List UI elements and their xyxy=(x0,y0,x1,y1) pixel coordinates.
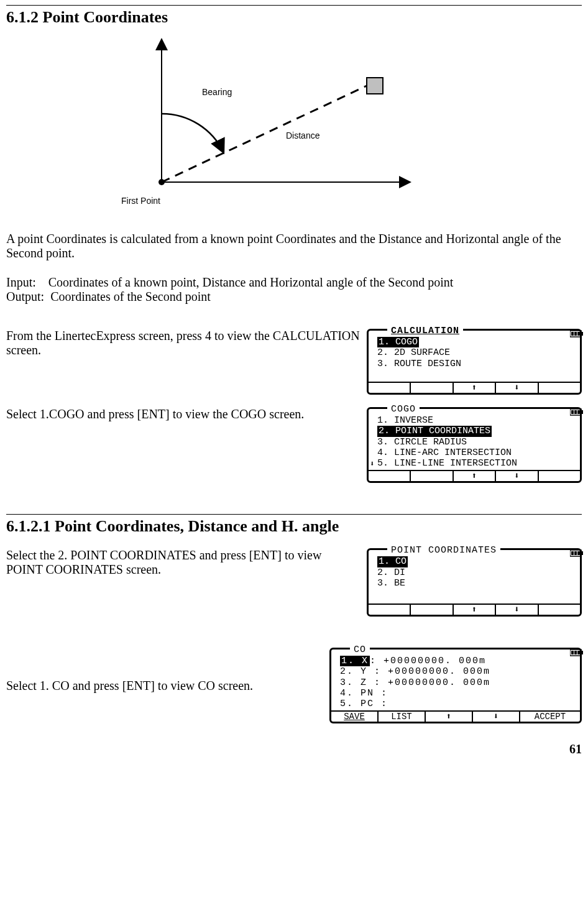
diagram-label-first-point: First Point xyxy=(121,196,160,206)
cogo-screen: COGO 1. INVERSE 2. POINT COORDINATES 3. … xyxy=(367,407,582,483)
battery-icon xyxy=(570,408,584,419)
step-2-row: Select 1.COGO and press [ENT] to view th… xyxy=(6,407,582,483)
softkey-bar: ⬆ ⬇ xyxy=(369,604,580,615)
screen-title: CALCULATION xyxy=(387,326,463,336)
screen-title: POINT COORDINATES xyxy=(387,545,500,556)
input-value: Coordinates of a known point, Distance a… xyxy=(48,275,454,289)
svg-rect-7 xyxy=(571,332,574,336)
section-number: 6.1.2 xyxy=(6,8,39,26)
svg-rect-12 xyxy=(571,410,574,414)
output-value: Coordinates of the Second point xyxy=(50,290,211,303)
svg-rect-18 xyxy=(574,551,577,555)
step-4-row: Select 1. CO and press [ENT] to view CO … xyxy=(6,648,582,723)
list-item: 3. Z : +00000000. 000m xyxy=(340,677,574,688)
screen-title: COGO xyxy=(387,404,420,415)
list-item: 3. ROUTE DESIGN xyxy=(377,359,574,369)
section-title: Point Coordinates xyxy=(43,8,168,26)
step-1-text: From the LinertecExpress screen, press 4… xyxy=(6,329,367,357)
co-screen: CO 1. X: +00000000. 000m 2. Y : +0000000… xyxy=(329,648,582,723)
list-item: 2. POINT COORDINATES xyxy=(377,426,574,436)
svg-rect-21 xyxy=(581,651,583,654)
section-number: 6.1.2.1 xyxy=(6,517,51,535)
list-item: 3. BE xyxy=(377,578,574,589)
list-item: 4. PN : xyxy=(340,688,574,699)
input-line: Input: Coordinates of a known point, Dis… xyxy=(6,275,582,290)
screen-title: CO xyxy=(350,645,370,655)
svg-rect-6 xyxy=(581,332,583,336)
svg-rect-8 xyxy=(574,332,577,336)
down-key[interactable]: ⬇ xyxy=(496,383,538,393)
list-item: 2. Y : +00000000. 000m xyxy=(340,666,574,677)
svg-point-3 xyxy=(158,179,165,185)
up-key[interactable]: ⬆ xyxy=(454,605,496,615)
list-item: 1. COGO xyxy=(377,337,574,347)
list-item: 1. CO xyxy=(377,556,574,567)
svg-rect-4 xyxy=(367,78,383,94)
svg-rect-11 xyxy=(581,410,583,414)
step-1-row: From the LinertecExpress screen, press 4… xyxy=(6,329,582,395)
svg-rect-14 xyxy=(577,410,580,414)
diagram-label-bearing: Bearing xyxy=(202,87,232,97)
input-label: Input: xyxy=(6,275,36,289)
battery-icon xyxy=(570,649,584,659)
list-item: 1. X: +00000000. 000m xyxy=(340,656,574,666)
list-item: 2. DI xyxy=(377,567,574,578)
list-item: 1. INVERSE xyxy=(377,415,574,426)
section-heading-2: 6.1.2.1 Point Coordinates, Distance and … xyxy=(6,517,582,536)
step-4-text: Select 1. CO and press [ENT] to view CO … xyxy=(6,679,329,693)
calculation-screen: CALCULATION 1. COGO 2. 2D SURFACE 3. ROU… xyxy=(367,329,582,395)
svg-rect-24 xyxy=(577,651,580,654)
svg-rect-23 xyxy=(574,651,577,654)
list-item: 4. LINE-ARC INTERSECTION xyxy=(377,448,574,458)
list-key[interactable]: LIST xyxy=(379,712,426,722)
list-item: 3. CIRCLE RADIUS xyxy=(377,437,574,448)
svg-line-2 xyxy=(162,86,367,182)
step-3-text: Select the 2. POINT COORDINATES and pres… xyxy=(6,548,367,577)
list-item: 5. LINE-LINE INTERSECTION xyxy=(377,458,574,469)
output-line: Output: Coordinates of the Second point xyxy=(6,290,582,304)
diagram-label-distance: Distance xyxy=(286,131,320,140)
up-key[interactable]: ⬆ xyxy=(454,471,496,481)
scroll-indicator-icon: ⬇ xyxy=(370,461,374,469)
description-para: A point Coordinates is calculated from a… xyxy=(6,232,582,260)
page-number: 61 xyxy=(6,742,582,756)
down-key[interactable]: ⬇ xyxy=(473,712,520,722)
svg-rect-22 xyxy=(571,651,574,654)
svg-rect-9 xyxy=(577,332,580,336)
step-2-text: Select 1.COGO and press [ENT] to view th… xyxy=(6,407,367,421)
softkey-bar: SAVE LIST ⬆ ⬇ ACCEPT xyxy=(331,710,580,722)
down-key[interactable]: ⬇ xyxy=(496,471,538,481)
softkey-bar: ⬆ ⬇ xyxy=(369,382,580,393)
svg-rect-17 xyxy=(571,551,574,555)
svg-rect-13 xyxy=(574,410,577,414)
list-item: 5. PC : xyxy=(340,699,574,709)
section-heading-1: 6.1.2 Point Coordinates xyxy=(6,8,582,27)
svg-rect-16 xyxy=(581,551,583,555)
step-3-row: Select the 2. POINT COORDINATES and pres… xyxy=(6,548,582,617)
point-coordinates-screen: POINT COORDINATES 1. CO 2. DI 3. BE ⬆ ⬇ xyxy=(367,548,582,617)
list-item: 2. 2D SURFACE xyxy=(377,347,574,358)
softkey-bar: ⬆ ⬇ xyxy=(369,470,580,481)
up-key[interactable]: ⬆ xyxy=(454,383,496,393)
bearing-distance-diagram: Bearing Distance First Point xyxy=(99,33,441,219)
down-key[interactable]: ⬇ xyxy=(496,605,538,615)
output-label: Output: xyxy=(6,290,44,303)
battery-icon xyxy=(570,330,584,341)
accept-key[interactable]: ACCEPT xyxy=(520,712,580,722)
save-key[interactable]: SAVE xyxy=(331,712,379,722)
svg-rect-19 xyxy=(577,551,580,555)
up-key[interactable]: ⬆ xyxy=(426,712,473,722)
battery-icon xyxy=(570,549,584,560)
section-title: Point Coordinates, Distance and H. angle xyxy=(55,517,339,535)
